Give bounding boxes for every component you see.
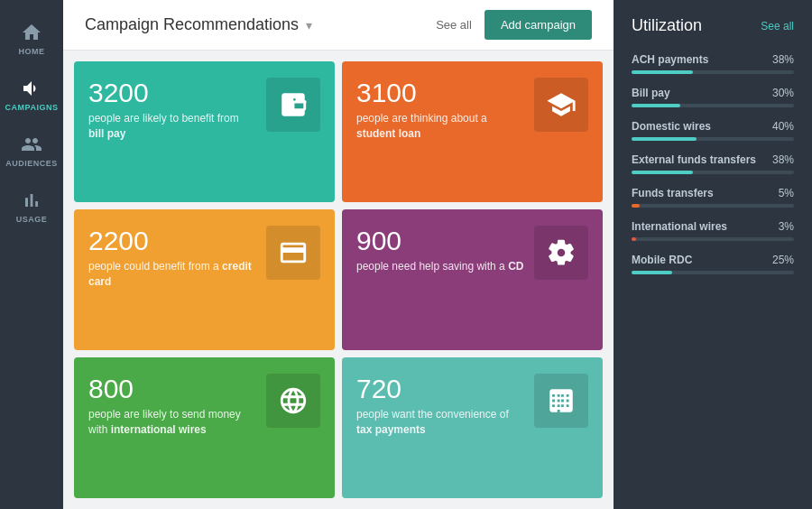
util-item-external: External funds transfers 38% [632, 153, 794, 174]
page-header: Campaign Recommendations ▾ See all Add c… [63, 0, 614, 51]
util-bar-bg-external [632, 171, 794, 174]
card-cd-number: 900 [356, 226, 525, 255]
util-pct-intl: 3% [779, 220, 794, 233]
util-row-billpay: Bill pay 30% [632, 87, 794, 99]
card-intl-wires-text: 800 people are likely to send money with… [88, 374, 257, 438]
util-label-funds: Funds transfers [632, 187, 714, 199]
card-student-loan[interactable]: 3100 people are thinking about a student… [342, 61, 603, 202]
util-bar-bg-mobile [632, 271, 794, 274]
add-campaign-button[interactable]: Add campaign [484, 10, 592, 40]
usage-icon [21, 190, 42, 211]
card-student-loan-desc: people are thinking about a student loan [356, 111, 525, 142]
audiences-icon [21, 134, 42, 155]
card-cd-icon-box [534, 226, 588, 280]
card-tax-payments-icon-box [534, 374, 588, 428]
util-label-ach: ACH payments [632, 53, 708, 66]
sidebar-item-home[interactable]: HOME [0, 9, 63, 65]
util-label-external: External funds transfers [632, 153, 756, 166]
campaigns-icon [21, 78, 42, 99]
util-bar-fill-funds [632, 204, 640, 208]
card-bill-pay-desc: people are likely to benefit from bill p… [88, 111, 257, 142]
util-item-ach: ACH payments 38% [632, 53, 794, 74]
util-pct-domestic: 40% [772, 120, 794, 133]
util-row-intl: International wires 3% [632, 220, 794, 233]
card-intl-wires-desc: people are likely to send money with int… [88, 407, 257, 438]
cards-grid: 3200 people are likely to benefit from b… [63, 51, 614, 509]
card-tax-payments-text: 720 people want the convenience of tax p… [356, 374, 525, 438]
page-title: Campaign Recommendations [85, 15, 299, 34]
piggybank-icon [546, 237, 577, 268]
card-credit-card-icon-box [266, 226, 320, 280]
util-bar-fill-domestic [632, 137, 697, 141]
util-pct-mobile: 25% [772, 254, 794, 266]
calculator-icon [546, 385, 577, 416]
card-cd-desc: people need help saving with a CD [356, 259, 525, 274]
chevron-down-icon[interactable]: ▾ [306, 18, 312, 32]
util-bar-fill-billpay [632, 104, 680, 107]
globe-icon [278, 385, 309, 416]
sidebar-item-usage[interactable]: USAGE [0, 177, 63, 233]
util-pct-external: 38% [772, 153, 794, 166]
card-bill-pay-icon-box [266, 78, 320, 132]
header-left: Campaign Recommendations ▾ [85, 15, 312, 34]
util-item-domestic: Domestic wires 40% [632, 120, 794, 141]
util-bar-fill-external [632, 171, 693, 174]
util-item-billpay: Bill pay 30% [632, 87, 794, 107]
util-row-mobile: Mobile RDC 25% [632, 254, 794, 266]
util-item-funds: Funds transfers 5% [632, 187, 794, 208]
sidebar-item-audiences[interactable]: AUDIENCES [0, 121, 63, 177]
util-pct-ach: 38% [772, 53, 794, 66]
sidebar-label-home: HOME [19, 47, 45, 56]
util-bar-fill-mobile [632, 271, 672, 274]
card-credit-card-desc: people could benefit from a credit card [88, 259, 257, 290]
util-pct-funds: 5% [779, 187, 794, 199]
util-bar-fill-intl [632, 237, 636, 241]
see-all-campaigns-link[interactable]: See all [436, 18, 472, 32]
card-bill-pay-text: 3200 people are likely to benefit from b… [88, 78, 257, 142]
card-student-loan-icon-box [534, 78, 588, 132]
panel-title: Utilization [632, 16, 702, 35]
card-cd-text: 900 people need help saving with a CD [356, 226, 525, 274]
graduation-icon [546, 89, 577, 120]
sidebar-item-campaigns[interactable]: CAMPAIGNS [0, 65, 63, 121]
card-intl-wires[interactable]: 800 people are likely to send money with… [74, 357, 335, 498]
card-intl-wires-number: 800 [88, 374, 257, 403]
util-bar-fill-ach [632, 70, 693, 74]
card-bill-pay-number: 3200 [88, 78, 257, 107]
util-item-intl: International wires 3% [632, 220, 794, 241]
util-row-ach: ACH payments 38% [632, 53, 794, 66]
util-row-domestic: Domestic wires 40% [632, 120, 794, 133]
card-student-loan-text: 3100 people are thinking about a student… [356, 78, 525, 142]
util-row-external: External funds transfers 38% [632, 153, 794, 166]
card-credit-card[interactable]: 2200 people could benefit from a credit … [74, 209, 335, 350]
panel-header: Utilization See all [632, 16, 794, 35]
panel-see-all-link[interactable]: See all [761, 20, 794, 32]
util-item-mobile: Mobile RDC 25% [632, 254, 794, 274]
home-icon [21, 22, 42, 43]
card-credit-card-number: 2200 [88, 226, 257, 255]
card-tax-payments[interactable]: 720 people want the convenience of tax p… [342, 357, 603, 498]
util-bar-bg-domestic [632, 137, 794, 141]
utilization-panel: Utilization See all ACH payments 38% Bil… [614, 0, 812, 509]
util-bar-bg-funds [632, 204, 794, 208]
util-pct-billpay: 30% [772, 87, 794, 99]
wallet-icon [278, 89, 309, 120]
sidebar-label-usage: USAGE [16, 215, 48, 224]
util-row-funds: Funds transfers 5% [632, 187, 794, 199]
util-label-mobile: Mobile RDC [632, 254, 692, 266]
card-intl-wires-icon-box [266, 374, 320, 428]
sidebar-label-audiences: AUDIENCES [5, 159, 58, 168]
card-tax-payments-desc: people want the convenience of tax payme… [356, 407, 525, 438]
util-bar-bg-billpay [632, 104, 794, 107]
main-content: Campaign Recommendations ▾ See all Add c… [63, 0, 614, 509]
card-student-loan-number: 3100 [356, 78, 525, 107]
util-label-domestic: Domestic wires [632, 120, 711, 133]
card-credit-card-text: 2200 people could benefit from a credit … [88, 226, 257, 290]
util-bar-bg-intl [632, 237, 794, 241]
util-label-billpay: Bill pay [632, 87, 670, 99]
sidebar-label-campaigns: CAMPAIGNS [5, 103, 59, 112]
card-bill-pay[interactable]: 3200 people are likely to benefit from b… [74, 61, 335, 202]
card-cd[interactable]: 900 people need help saving with a CD [342, 209, 603, 350]
sidebar: HOME CAMPAIGNS AUDIENCES USAGE [0, 0, 63, 509]
util-bar-bg-ach [632, 70, 794, 74]
